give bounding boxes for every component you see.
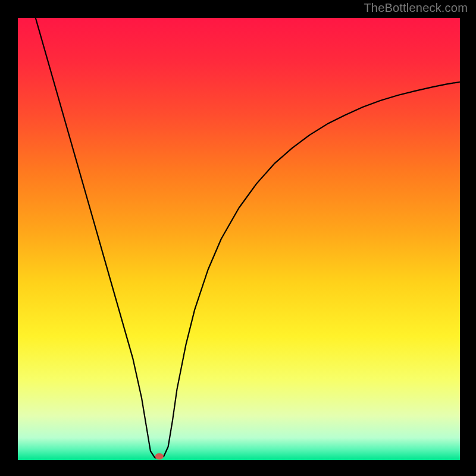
plot-background [18,18,460,460]
optimal-point-marker [155,453,164,460]
bottleneck-chart [0,0,476,476]
chart-stage: TheBottleneck.com [0,0,476,476]
